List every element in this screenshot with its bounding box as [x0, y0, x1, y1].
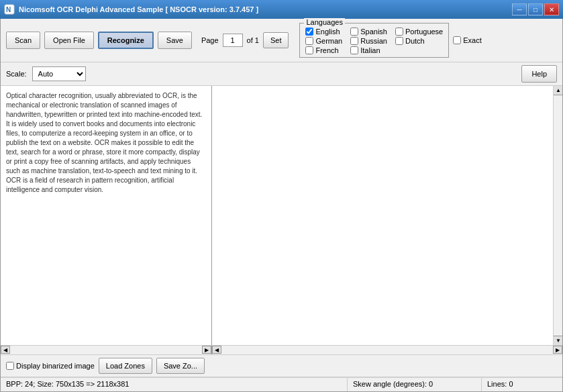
window-title: Nicomsoft OCR Delphi Advanced Sample [ N… [19, 5, 258, 13]
load-zones-button[interactable]: Load Zones [99, 358, 152, 374]
app-icon: N [4, 4, 15, 15]
page-label: Page [201, 36, 219, 44]
lang-item-dutch: Dutch [395, 37, 443, 45]
svg-text:N: N [6, 6, 11, 13]
main-toolbar: Scan Open File Recognize Save Page of 1 … [1, 19, 562, 62]
recognize-button[interactable]: Recognize [98, 32, 154, 49]
scroll-left-arrow-right[interactable]: ◀ [212, 346, 221, 354]
window-body: Scan Open File Recognize Save Page of 1 … [0, 19, 563, 392]
exact-checkbox[interactable] [453, 36, 461, 44]
lang-german-checkbox[interactable] [305, 37, 313, 45]
image-pane[interactable]: Optical character recognition, usually a… [1, 86, 212, 345]
page-of-label: of 1 [247, 36, 259, 44]
lang-italian-checkbox[interactable] [350, 46, 358, 54]
save-button[interactable]: Save [158, 32, 192, 49]
scale-select[interactable]: Auto 50% 75% 100% 150% 200% [32, 66, 86, 81]
lang-english-label: English [315, 28, 340, 36]
lang-portuguese-checkbox[interactable] [395, 28, 403, 36]
lang-item-spanish: Spanish [350, 28, 387, 36]
lang-dutch-label: Dutch [405, 37, 425, 45]
maximize-button[interactable]: □ [528, 3, 543, 15]
lang-french-label: French [315, 46, 338, 54]
exact-container: Exact [453, 36, 482, 44]
page-input[interactable] [223, 34, 243, 47]
horizontal-scrollbar-row: ◀ ▶ ◀ ▶ [1, 345, 562, 354]
lang-spanish-label: Spanish [360, 28, 387, 36]
lang-item-french: French [305, 46, 342, 54]
binarize-check-container: Display binarized image [6, 362, 95, 370]
scan-button[interactable]: Scan [6, 32, 40, 49]
lang-english-checkbox[interactable] [305, 28, 313, 36]
lang-spanish-checkbox[interactable] [350, 28, 358, 36]
status-left: BPP: 24; Size: 750x135 => 2118x381 [1, 378, 348, 391]
lang-russian-label: Russian [360, 37, 387, 45]
open-file-button[interactable]: Open File [44, 32, 94, 49]
binarize-checkbox[interactable] [6, 362, 14, 370]
lang-item-german: German [305, 37, 342, 45]
scroll-up-arrow[interactable]: ▲ [554, 86, 562, 95]
minimize-button[interactable]: ─ [512, 3, 527, 15]
secondary-toolbar: Scale: Auto 50% 75% 100% 150% 200% Help [1, 62, 562, 86]
result-pane[interactable]: ▲ ▼ [212, 86, 562, 345]
lang-item-english: English [305, 28, 342, 36]
scroll-down-arrow[interactable]: ▼ [554, 336, 562, 345]
bottom-toolbar: Display binarized image Load Zones Save … [1, 354, 562, 377]
languages-group: Languages English Spanish Portuguese Ger… [299, 23, 449, 58]
exact-label: Exact [463, 36, 482, 44]
lang-item-italian: Italian [350, 46, 387, 54]
save-zones-button[interactable]: Save Zo... [156, 358, 205, 374]
left-h-scrollbar[interactable]: ◀ ▶ [1, 346, 212, 354]
status-right: Lines: 0 [482, 378, 562, 391]
lang-italian-label: Italian [360, 46, 380, 54]
scroll-right-arrow-right[interactable]: ▶ [553, 346, 562, 354]
binarize-label: Display binarized image [16, 362, 95, 370]
scroll-right-arrow-left[interactable]: ▶ [202, 346, 211, 354]
languages-legend: Languages [304, 18, 344, 26]
close-button[interactable]: ✕ [544, 3, 559, 15]
lang-russian-checkbox[interactable] [350, 37, 358, 45]
title-bar: N Nicomsoft OCR Delphi Advanced Sample [… [0, 0, 563, 19]
lang-french-checkbox[interactable] [305, 46, 313, 54]
scale-label: Scale: [6, 70, 27, 78]
right-h-scrollbar[interactable]: ◀ ▶ [212, 346, 562, 354]
vertical-scrollbar[interactable]: ▲ ▼ [553, 86, 562, 345]
lang-item-portuguese: Portuguese [395, 28, 443, 36]
status-bar: BPP: 24; Size: 750x135 => 2118x381 Skew … [1, 377, 562, 391]
ocr-text-content: Optical character recognition, usually a… [6, 91, 206, 195]
help-button[interactable]: Help [521, 65, 557, 83]
lang-portuguese-label: Portuguese [405, 28, 443, 36]
lang-item-russian: Russian [350, 37, 387, 45]
languages-grid: English Spanish Portuguese German Russia… [305, 28, 443, 54]
scroll-left-arrow-left[interactable]: ◀ [1, 346, 10, 354]
status-mid: Skew angle (degrees): 0 [348, 378, 482, 391]
lang-dutch-checkbox[interactable] [395, 37, 403, 45]
lang-german-label: German [315, 37, 342, 45]
main-content: Optical character recognition, usually a… [1, 86, 562, 345]
set-button[interactable]: Set [263, 32, 289, 48]
